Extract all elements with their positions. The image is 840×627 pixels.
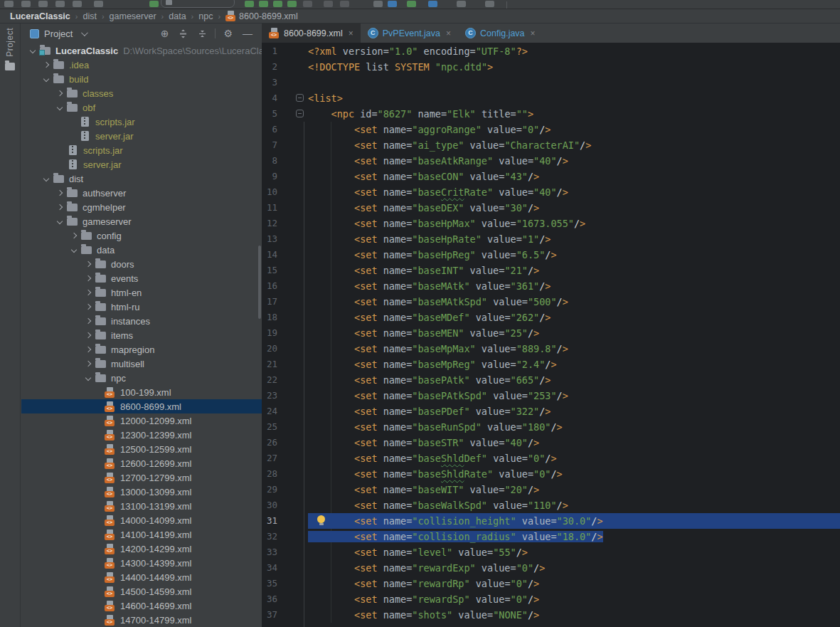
tree-item[interactable]: instances (21, 314, 262, 328)
tree-item[interactable]: server.jar (21, 157, 262, 172)
chevron-right-icon[interactable] (83, 272, 95, 285)
tree-item[interactable]: config (21, 228, 262, 243)
code-text[interactable]: <!DOCTYPE list SYSTEM "npc.dtd"> (308, 59, 840, 75)
toolbar-icon[interactable] (149, 1, 159, 7)
code-text[interactable]: <set name="baseShldDef" value="0"/> (308, 451, 840, 466)
code-text[interactable]: <set name="baseMAtkSpd" value="500"/> (308, 294, 840, 310)
line-number[interactable]: 13 (262, 231, 286, 247)
breadcrumb-item[interactable]: gameserver (110, 11, 156, 21)
tree-item[interactable]: <>12300-12399.xml (21, 428, 262, 442)
line-number[interactable]: 3 (262, 75, 286, 90)
tree-item[interactable]: scripts.jar (21, 115, 262, 129)
code-line[interactable]: 2<!DOCTYPE list SYSTEM "npc.dtd"> (262, 59, 840, 75)
code-line[interactable]: 7 <set name="ai_type" value="CharacterAI… (262, 137, 840, 153)
toolbar-icon[interactable] (457, 1, 466, 7)
line-number[interactable]: 26 (262, 435, 286, 451)
chevron-right-icon[interactable] (83, 286, 95, 299)
code-line[interactable]: 31 <set name="collision_height" value="3… (262, 513, 840, 529)
chevron-right-icon[interactable] (83, 357, 95, 370)
toolbar-icon[interactable] (485, 1, 494, 7)
close-icon[interactable]: × (446, 28, 451, 38)
line-number[interactable]: 5 (262, 106, 286, 122)
code-line[interactable]: 19 <set name="baseMEN" value="25"/> (262, 325, 840, 341)
tree-item[interactable]: build (21, 72, 262, 86)
run-config-combo[interactable] (161, 0, 235, 8)
code-line[interactable]: 9 <set name="baseCON" value="43"/> (262, 169, 840, 184)
code-text[interactable]: <set name="baseHpMax" value="1673.055"/> (308, 216, 840, 231)
code-line[interactable]: 28 <set name="baseShldRate" value="0"/> (262, 466, 840, 482)
code-text[interactable]: <set name="baseSTR" value="40"/> (308, 435, 840, 451)
tree-item[interactable]: <>13100-13199.xml (21, 499, 262, 513)
toolbar-icon[interactable] (273, 1, 282, 7)
code-text[interactable]: <set name="baseAtkRange" value="40"/> (308, 153, 840, 169)
code-line[interactable]: 11 <set name="baseDEX" value="30"/> (262, 200, 840, 216)
breadcrumb-item[interactable]: LuceraClassic (10, 11, 70, 21)
toolbar-icon[interactable] (428, 1, 437, 7)
code-text[interactable]: <set name="basePAtkSpd" value="253"/> (308, 388, 840, 404)
tree-item[interactable]: items (21, 328, 262, 342)
line-number[interactable]: 20 (262, 341, 286, 357)
line-number[interactable]: 25 (262, 419, 286, 435)
line-number[interactable]: 4 (262, 90, 286, 106)
code-text[interactable]: <set name="baseMAtk" value="361"/> (308, 278, 840, 294)
chevron-down-icon[interactable] (54, 215, 67, 228)
toolbar-icon[interactable] (94, 1, 103, 7)
line-number[interactable]: 32 (262, 529, 286, 544)
tree-item[interactable]: mapregion (21, 342, 262, 357)
close-icon[interactable]: × (531, 28, 536, 38)
toolbar-icon[interactable] (373, 1, 383, 7)
line-number[interactable]: 27 (262, 451, 286, 466)
line-number[interactable]: 35 (262, 576, 286, 591)
code-text[interactable]: <set name="basePAtk" value="665"/> (308, 372, 840, 388)
code-text[interactable]: <set name="baseCON" value="43"/> (308, 169, 840, 184)
code-line[interactable]: 10 <set name="baseCritRate" value="40"/> (262, 184, 840, 200)
toolbar-icon[interactable] (287, 1, 297, 7)
line-number[interactable]: 18 (262, 310, 286, 325)
line-number[interactable]: 16 (262, 278, 286, 294)
tree-item[interactable]: classes (21, 86, 262, 100)
tree-item[interactable]: doors (21, 257, 262, 271)
code-text[interactable]: <set name="rewardSp" value="0"/> (308, 591, 840, 607)
tree-item[interactable]: <>8600-8699.xml (21, 399, 262, 413)
tree-item[interactable]: html-en (21, 285, 262, 300)
code-text[interactable]: <set name="baseRunSpd" value="180"/> (308, 419, 840, 435)
tab-pvpevent-java[interactable]: C PvPEvent.java × (361, 23, 458, 43)
debug-icon[interactable] (259, 1, 268, 7)
code-text[interactable]: <list> (308, 90, 840, 106)
tree-item[interactable]: <>14000-14099.xml (21, 513, 262, 527)
line-number[interactable]: 23 (262, 388, 286, 404)
line-number[interactable]: 9 (262, 169, 286, 184)
code-line[interactable]: 3 (262, 75, 840, 90)
code-line[interactable]: 6 <set name="aggroRange" value="0"/> (262, 122, 840, 137)
code-text[interactable]: <set name="rewardRp" value="0"/> (308, 576, 840, 591)
tree-item[interactable]: scripts.jar (21, 143, 262, 157)
chevron-down-icon[interactable] (54, 101, 67, 114)
code-line[interactable]: 27 <set name="baseShldDef" value="0"/> (262, 451, 840, 466)
tree-item[interactable]: <>12500-12599.xml (21, 442, 262, 456)
tree-item[interactable]: dist (21, 172, 262, 186)
chevron-right-icon[interactable] (83, 258, 95, 270)
chevron-right-icon[interactable] (54, 201, 67, 214)
folder-stripe-icon[interactable] (5, 63, 15, 70)
vcs-update-icon[interactable] (388, 1, 397, 7)
tab-config-java[interactable]: C Config.java × (458, 23, 543, 43)
toolbar-icon[interactable] (340, 1, 349, 7)
chevron-right-icon[interactable] (54, 186, 67, 199)
code-text[interactable]: <set name="baseMEN" value="25"/> (308, 325, 840, 341)
code-text[interactable]: <set name="baseMpReg" value="2.4"/> (308, 357, 840, 372)
line-number[interactable]: 30 (262, 497, 286, 513)
tree-item[interactable]: multisell (21, 357, 262, 371)
project-panel-title[interactable]: Project (44, 28, 73, 39)
chevron-down-icon[interactable] (41, 73, 53, 85)
code-line[interactable]: 15 <set name="baseINT" value="21"/> (262, 263, 840, 278)
toolbar-icon[interactable] (38, 1, 48, 7)
chevron-down-icon[interactable] (27, 44, 40, 57)
hide-panel-icon[interactable]: — (243, 28, 252, 38)
collapse-all-icon[interactable] (198, 29, 207, 38)
tree-item[interactable]: gameserver (21, 214, 262, 228)
tree-item[interactable]: <>14600-14699.xml (21, 599, 262, 613)
chevron-right-icon[interactable] (83, 300, 95, 313)
tree-item[interactable]: <>12600-12699.xml (21, 456, 262, 470)
code-line[interactable]: 8 <set name="baseAtkRange" value="40"/> (262, 153, 840, 169)
line-number[interactable]: 2 (262, 59, 286, 75)
